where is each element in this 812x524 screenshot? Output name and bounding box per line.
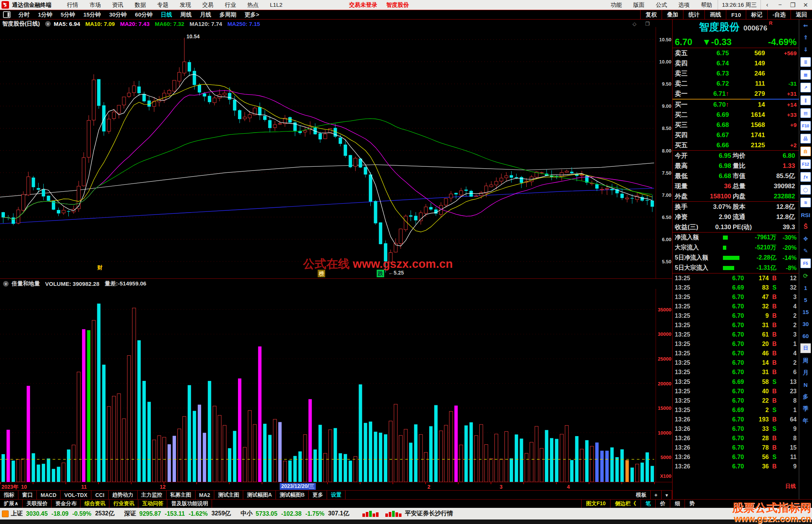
toolbar-button-标记[interactable]: 标记 bbox=[746, 10, 767, 19]
restore-button[interactable]: ❐ bbox=[786, 2, 799, 9]
panel-tab-细[interactable]: 细 bbox=[670, 500, 685, 508]
up-icon[interactable]: ⇑ bbox=[801, 33, 810, 42]
ext-tab-行业资讯[interactable]: 行业资讯 bbox=[109, 500, 138, 508]
layout-icon[interactable] bbox=[3, 11, 11, 18]
tab-测试主图[interactable]: 测试主图 bbox=[214, 491, 243, 499]
siderail-period-1[interactable]: 1 bbox=[801, 283, 810, 292]
panel-tab-笔[interactable]: 笔 bbox=[641, 500, 655, 508]
siderail-period-5[interactable]: 5 bbox=[801, 295, 810, 304]
period-30分钟[interactable]: 30分钟 bbox=[105, 11, 131, 18]
menu-item-帮助[interactable]: 帮助 bbox=[695, 2, 718, 9]
tab-MA2[interactable]: MA2 bbox=[195, 491, 215, 499]
siderail-period-多[interactable]: 多 bbox=[801, 392, 810, 401]
period-分时[interactable]: 分时 bbox=[14, 11, 34, 18]
menu-item-功能[interactable]: 功能 bbox=[605, 2, 627, 9]
tab-趋势动力[interactable]: 趋势动力 bbox=[109, 491, 138, 499]
tab-VOL-TDX[interactable]: VOL-TDX bbox=[61, 491, 91, 499]
menu-item-公式[interactable]: 公式 bbox=[650, 2, 673, 9]
trade-login-status[interactable]: 交易未登录 bbox=[344, 2, 382, 9]
ring-icon[interactable]: ◯ bbox=[800, 185, 811, 195]
refresh-icon[interactable]: ⟳ bbox=[801, 271, 810, 280]
menu-item-发现[interactable]: 发现 bbox=[174, 2, 197, 9]
volume-chart[interactable]: X100 3500030000250002000015000100005000 bbox=[0, 289, 672, 482]
period-多周期[interactable]: 多周期 bbox=[215, 11, 241, 18]
menu-item-热点[interactable]: 热点 bbox=[242, 2, 264, 9]
close-button[interactable]: ✕ bbox=[799, 2, 812, 9]
collapse-icon[interactable]: ∨ bbox=[45, 21, 51, 27]
tab-right-+[interactable]: + bbox=[651, 491, 662, 499]
toolbar-button-统计[interactable]: 统计 bbox=[683, 10, 704, 19]
f12-icon[interactable]: F12 bbox=[800, 159, 811, 169]
move-icon[interactable]: ✥ bbox=[801, 234, 810, 243]
toolbar-button-复权[interactable]: 复权 bbox=[640, 10, 662, 19]
minimize-button[interactable]: − bbox=[774, 2, 786, 9]
siderail-period-N[interactable]: N bbox=[801, 380, 810, 389]
index-name-深证[interactable]: 深证 bbox=[124, 510, 139, 518]
period-15分钟[interactable]: 15分钟 bbox=[79, 11, 105, 18]
tab-窗口[interactable]: 窗口 bbox=[18, 491, 37, 499]
quote-grid-icon[interactable]: ▦ bbox=[800, 70, 811, 80]
tab-right-▾[interactable]: ▾ bbox=[662, 491, 672, 499]
siderail-period-季[interactable]: 季 bbox=[801, 404, 810, 413]
tab-CCI[interactable]: CCI bbox=[91, 491, 108, 499]
ext-tab-资金分布[interactable]: 资金分布 bbox=[52, 500, 80, 508]
period-60分钟[interactable]: 60分钟 bbox=[131, 11, 157, 18]
menu-item-L1L2[interactable]: L1L2 bbox=[264, 2, 288, 9]
ext-right-侧边栏《[interactable]: 侧边栏《 bbox=[610, 500, 641, 508]
period-更多>[interactable]: 更多> bbox=[241, 11, 264, 18]
formula-icon[interactable]: ƒx bbox=[800, 172, 811, 182]
wave-icon[interactable]: ≋ bbox=[800, 198, 811, 207]
menu-item-版面[interactable]: 版面 bbox=[627, 2, 650, 9]
super-icon[interactable]: Ŝ bbox=[801, 222, 810, 231]
toolbar-button-F10[interactable]: F10 bbox=[726, 10, 746, 19]
tab-MACD[interactable]: MACD bbox=[37, 491, 61, 499]
ext-tab-普及版功能说明[interactable]: 普及版功能说明 bbox=[167, 500, 212, 508]
back-icon[interactable]: ⇐ bbox=[801, 21, 810, 30]
down-icon[interactable]: ⇓ bbox=[801, 45, 810, 54]
menu-item-资讯[interactable]: 资讯 bbox=[106, 2, 129, 9]
menu-item-市场[interactable]: 市场 bbox=[84, 2, 106, 9]
f10-icon[interactable]: F10 bbox=[800, 121, 811, 131]
ext-tab-关联报价[interactable]: 关联报价 bbox=[23, 500, 52, 508]
siderail-period-日[interactable]: 日 bbox=[800, 343, 811, 353]
period-月线[interactable]: 月线 bbox=[196, 11, 215, 18]
index-name-上证[interactable]: 上证 bbox=[11, 510, 26, 518]
back-button[interactable]: ‹ bbox=[761, 2, 774, 9]
ext-right-图文F10[interactable]: 图文F10 bbox=[581, 500, 610, 508]
toolbar-button-画线[interactable]: 画线 bbox=[704, 10, 726, 19]
panel-tab-价[interactable]: 价 bbox=[655, 500, 670, 508]
tab-设置[interactable]: 设置 bbox=[327, 491, 345, 499]
siderail-period-30[interactable]: 30 bbox=[801, 319, 810, 328]
toolbar-button-返回[interactable]: 返回 bbox=[791, 10, 812, 19]
menu-item-交易[interactable]: 交易 bbox=[197, 2, 219, 9]
ext-tab-综合资讯[interactable]: 综合资讯 bbox=[80, 500, 109, 508]
trend-line-icon[interactable]: ↗ bbox=[800, 83, 811, 92]
timeline-selected-date[interactable]: 2023/12/20/三 bbox=[280, 483, 316, 490]
menu-item-选项[interactable]: 选项 bbox=[673, 2, 695, 9]
f5-icon[interactable]: F5 bbox=[800, 258, 811, 268]
tab-私募主图[interactable]: 私募主图 bbox=[167, 491, 195, 499]
ext-tab-互动问答[interactable]: 互动问答 bbox=[138, 500, 167, 508]
toolbar-button--自选[interactable]: -自选 bbox=[767, 10, 791, 19]
siderail-period-60[interactable]: 60 bbox=[801, 331, 810, 340]
tick-list[interactable]: 13:256.70174B1213:256.6983S3213:256.7047… bbox=[673, 273, 799, 471]
kline-icon[interactable]: ∥ bbox=[800, 95, 811, 105]
period-周线[interactable]: 周线 bbox=[176, 11, 196, 18]
rsi-icon[interactable]: RSI bbox=[801, 210, 810, 219]
current-stock-menu[interactable]: 智度股份 bbox=[382, 2, 413, 9]
panel-tab-势[interactable]: 势 bbox=[685, 500, 699, 508]
menu-item-行业[interactable]: 行业 bbox=[219, 2, 242, 9]
siderail-period-周[interactable]: 周 bbox=[801, 356, 810, 365]
period-日线[interactable]: 日线 bbox=[157, 11, 176, 18]
self-stock-icon[interactable]: 自 bbox=[800, 146, 811, 156]
collapse-icon[interactable]: ∨ bbox=[3, 281, 9, 287]
news-icon[interactable]: ▤ bbox=[800, 108, 811, 118]
tab-right-模板[interactable]: 模板 bbox=[632, 491, 651, 499]
structure-icon[interactable]: 品 bbox=[800, 134, 811, 143]
tab-指标[interactable]: 指标 bbox=[0, 491, 18, 499]
period-1分钟[interactable]: 1分钟 bbox=[34, 11, 56, 18]
period-5分钟[interactable]: 5分钟 bbox=[56, 11, 79, 18]
stock-name[interactable]: 智度股份 bbox=[699, 21, 739, 33]
main-candle-chart[interactable]: 10.54←5.25 10.5010.009.509.008.508.007.5… bbox=[0, 27, 672, 278]
siderail-period-年[interactable]: 年 bbox=[801, 416, 810, 425]
